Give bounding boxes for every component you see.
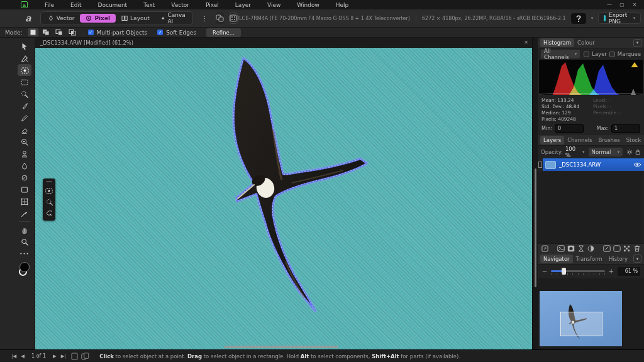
navigator-view-rectangle[interactable] [560, 312, 602, 336]
tab-channels[interactable]: Channels [564, 136, 595, 145]
export-png-button[interactable]: Export PNG ▾ [598, 13, 641, 24]
drag-handle[interactable] [46, 181, 52, 182]
menu-edit[interactable]: Edit [62, 2, 89, 8]
studio-vector-button[interactable]: Vector [42, 14, 80, 23]
tab-brushes[interactable]: Brushes [595, 136, 623, 145]
max-input[interactable]: 1 [611, 124, 640, 133]
move-tool[interactable] [18, 40, 31, 52]
toolbar-overflow-button[interactable]: ⋮ [199, 15, 211, 22]
vertical-scrollbar[interactable] [532, 38, 538, 349]
refine-button[interactable]: Refine... [206, 28, 241, 37]
window-close-button[interactable]: ✕ [630, 2, 639, 8]
floating-toolbar[interactable] [43, 178, 55, 221]
zoom-in-button[interactable]: + [608, 268, 614, 275]
view-pan-tool[interactable] [18, 224, 31, 236]
channel-select[interactable]: All Channels ▾ [541, 50, 580, 58]
marquee-checkbox[interactable] [609, 52, 615, 57]
tab-navigator[interactable]: Navigator [540, 255, 573, 263]
mode-intersect-button[interactable] [67, 28, 78, 36]
facing-pages-icon[interactable] [81, 353, 89, 360]
menu-file[interactable]: File [36, 2, 62, 8]
min-input[interactable]: 0 [555, 124, 584, 133]
float-selection-brush-button[interactable] [43, 196, 55, 207]
panel-menu-chevron[interactable]: ▾ [633, 255, 641, 263]
opacity-chevron[interactable]: ▾ [582, 150, 585, 155]
menu-layer[interactable]: Layer [227, 2, 259, 8]
new-pixel-layer-icon[interactable] [602, 244, 611, 253]
paint-brush-tool[interactable] [18, 100, 31, 112]
horizontal-scrollbar[interactable] [35, 345, 532, 349]
zoom-out-button[interactable]: − [541, 268, 548, 275]
mode-new-button[interactable] [28, 28, 38, 36]
marquee-select-tool[interactable] [18, 76, 31, 88]
tab-transform[interactable]: Transform [573, 255, 606, 263]
zoom-slider[interactable] [551, 268, 605, 275]
window-maximize-button[interactable]: ▢ [618, 2, 626, 8]
studio-pixel-button[interactable]: Pixel [80, 14, 116, 23]
soft-edges-checkbox[interactable]: ✓ [157, 30, 163, 35]
snapping-button[interactable] [216, 13, 224, 24]
object-selection-tool[interactable] [18, 64, 31, 76]
assistant-button[interactable] [571, 13, 586, 24]
menu-text[interactable]: Text [135, 2, 163, 8]
menu-view[interactable]: View [259, 2, 289, 8]
edit-all-layers-icon[interactable] [541, 244, 549, 253]
fill-colour-swatch[interactable] [19, 262, 30, 272]
multi-part-objects-checkbox-group[interactable]: ✓ Multi-part Objects [88, 30, 148, 36]
adjustment-layer-icon[interactable] [587, 244, 595, 253]
studio-layout-button[interactable]: Layout [116, 14, 155, 23]
add-image-layer-icon[interactable] [557, 244, 565, 253]
horizontal-scrollbar-thumb[interactable] [224, 346, 338, 348]
pixel-pencil-tool[interactable] [18, 112, 31, 124]
colour-picker-tool[interactable] [18, 207, 31, 219]
vertical-scrollbar-thumb[interactable] [535, 168, 536, 287]
lock-icon[interactable] [635, 148, 641, 156]
assistant-dropdown-chevron[interactable]: ▾ [591, 16, 594, 21]
studio-canva-ai-button[interactable]: ✦ Canva AI [155, 11, 191, 26]
next-page-button[interactable]: ▶ [53, 353, 57, 359]
blend-mode-select[interactable]: Normal ▾ [589, 148, 623, 156]
shape-tool[interactable] [18, 184, 31, 195]
healing-brush-tool[interactable] [18, 160, 31, 172]
delete-layer-icon[interactable] [633, 244, 641, 253]
menu-window[interactable]: Window [289, 2, 328, 8]
layer-visibility-eye-icon[interactable] [633, 162, 641, 168]
tab-stock[interactable]: Stock [623, 136, 644, 145]
previous-page-button[interactable]: ◀ [21, 353, 25, 359]
selected-layer[interactable]: _DSC1334.ARW [543, 158, 644, 171]
menu-vector[interactable]: Vector [163, 2, 197, 8]
mode-subtract-button[interactable] [54, 28, 65, 36]
mode-add-button[interactable] [41, 28, 52, 36]
mask-layer-icon[interactable] [567, 244, 575, 253]
tab-layers[interactable]: Layers [540, 136, 564, 145]
clipping-warning-icon[interactable] [631, 62, 638, 67]
menu-document[interactable]: Document [90, 2, 136, 8]
tab-histogram[interactable]: Histogram [540, 38, 574, 47]
live-filter-icon[interactable] [577, 244, 585, 253]
soft-edges-checkbox-group[interactable]: ✓ Soft Edges [157, 30, 196, 36]
layer-fx-gear-icon[interactable] [626, 148, 633, 156]
tab-history[interactable]: History [606, 255, 631, 263]
tab-colour[interactable]: Colour [574, 38, 598, 47]
more-tools-button[interactable]: ••• [18, 248, 31, 260]
colour-swatches[interactable] [18, 262, 31, 278]
erase-brush-tool[interactable] [18, 124, 31, 136]
float-object-select-button[interactable] [43, 185, 55, 196]
selection-brush-tool[interactable] [18, 88, 31, 100]
layer-thumbnail[interactable] [545, 161, 556, 169]
selected-bird-image[interactable] [229, 54, 374, 315]
transform-origin-button[interactable] [229, 13, 238, 24]
tab-close-icon[interactable]: ✕ [524, 40, 528, 45]
float-lasso-button[interactable] [43, 207, 55, 219]
canvas[interactable] [35, 48, 532, 349]
document-tab[interactable]: _DSC1334.ARW [Modified] (61.2%) [40, 40, 133, 46]
layer-row[interactable]: _DSC1334.ARW [538, 158, 644, 171]
window-minimize-button[interactable]: — [605, 2, 614, 8]
node-tool[interactable] [18, 52, 31, 64]
layers-list-empty[interactable] [538, 172, 643, 243]
dodge-brush-tool[interactable] [18, 136, 31, 148]
first-page-button[interactable]: |◀ [11, 353, 16, 359]
clone-stamp-tool[interactable] [18, 148, 31, 160]
mesh-warp-tool[interactable] [18, 195, 31, 207]
multi-part-objects-checkbox[interactable]: ✓ [88, 30, 94, 35]
